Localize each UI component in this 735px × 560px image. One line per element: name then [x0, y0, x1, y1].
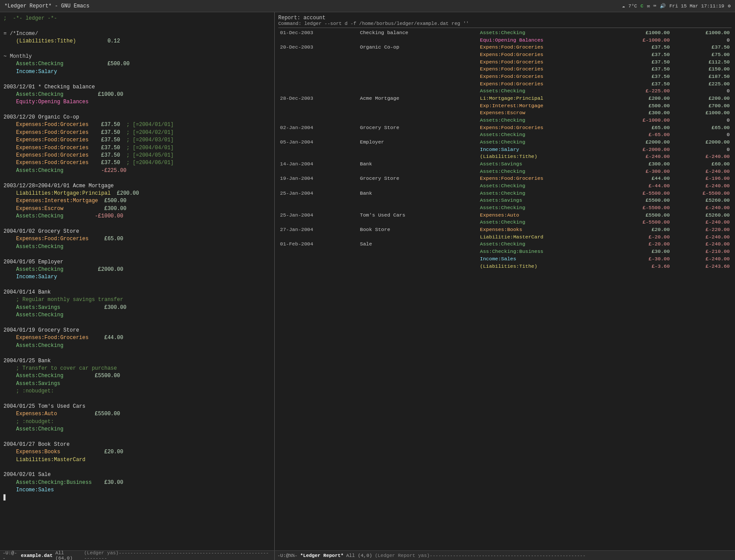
left-pane[interactable]: ; -*- ledger -*- = /*Income/ (Liabilitie…	[0, 12, 275, 550]
cell-date: 25-Jan-2004	[278, 190, 358, 197]
cell-payee: Employer	[358, 139, 478, 146]
cell-balance: £5260.00	[672, 197, 732, 204]
cell-amount: £37.50	[612, 73, 672, 80]
cell-payee	[358, 109, 478, 117]
savings-300: Assets:Savings £300.00	[4, 304, 271, 312]
checking-business: Assets:Checking:Business £30.00	[4, 479, 271, 486]
groc-0301: Expenses:Food:Groceries £37.50 ; [=2004/…	[4, 136, 271, 144]
cell-payee	[358, 51, 478, 59]
cell-amount: £-1000.00	[612, 117, 672, 124]
txn-grocery-0102: 2004/01/02 Grocery Store	[4, 228, 271, 235]
cell-balance: 0	[672, 146, 732, 154]
cell-balance: £2000.00	[672, 139, 732, 146]
cell-date	[278, 131, 358, 139]
table-row: 27-Jan-2004 Book Store Expenses:Books £2…	[278, 226, 732, 234]
refresh-icon[interactable]: C	[640, 4, 644, 9]
cell-amount: £1000.00	[612, 29, 672, 37]
status-position-left: All (64,0)	[55, 550, 81, 560]
table-row: 28-Dec-2003 Acme Mortgage Li:Mortgage:Pr…	[278, 95, 732, 102]
report-table: 01-Dec-2003 Checking balance Assets:Chec…	[278, 29, 732, 270]
cell-account: Income:Sales	[478, 256, 612, 263]
cell-amount: £-240.00	[612, 153, 672, 161]
cell-account: Assets:Checking	[478, 219, 612, 226]
cell-account: Li:Mortgage:Principal	[478, 95, 612, 102]
txn-bank-0114: 2004/01/14 Bank	[4, 289, 271, 296]
cell-date: 01-Dec-2003	[278, 29, 358, 37]
cell-date	[278, 66, 358, 73]
section-monthly: ~ Monthly	[4, 53, 271, 60]
cell-date	[278, 59, 358, 66]
status-mode-left: -U:@--	[3, 550, 18, 560]
cell-payee	[358, 59, 478, 66]
blank5	[4, 175, 271, 182]
mail-icon[interactable]: ✉	[647, 3, 650, 9]
cell-payee: Bank	[358, 190, 478, 197]
volume-icon[interactable]: 🔊	[660, 3, 666, 9]
cell-date: 25-Jan-2004	[278, 212, 358, 219]
cell-payee	[358, 204, 478, 212]
cell-balance: £700.00	[672, 102, 732, 110]
window-title: *Ledger Report* - GNU Emacs	[4, 3, 89, 9]
cell-payee	[358, 256, 478, 263]
cell-amount: £37.50	[612, 44, 672, 51]
settings-icon[interactable]: ⚙	[728, 3, 731, 9]
checking-neg225: Assets:Checking -£225.00	[4, 167, 271, 175]
cell-payee	[358, 182, 478, 190]
cell-balance: £-240.00	[672, 241, 732, 248]
keyboard-icon: ⌨	[653, 3, 656, 9]
report-command: Command: ledger --sort d -f /home/borbus…	[278, 21, 732, 26]
status-left: -U:@-- example.dat All (64,0) (Ledger ya…	[0, 551, 275, 560]
checking-2000: Assets:Checking £2000.00	[4, 266, 271, 273]
cell-account: Assets:Checking	[478, 29, 612, 37]
status-position-right: All (4,0)	[346, 553, 372, 558]
left-pane-content: ; -*- ledger -*- = /*Income/ (Liabilitie…	[0, 14, 274, 503]
savings-car: Assets:Savings	[4, 380, 271, 388]
table-row: 19-Jan-2004 Grocery Store Expens:Food:Gr…	[278, 175, 732, 182]
groc-44: Expenses:Food:Groceries £44.00	[4, 334, 271, 342]
cell-account: Income:Salary	[478, 146, 612, 154]
cell-amount: £200.00	[612, 95, 672, 102]
cell-date: 14-Jan-2004	[278, 161, 358, 168]
table-row: Exp:Interest:Mortgage £500.00 £700.00	[278, 102, 732, 110]
cell-date	[278, 234, 358, 241]
datetime: Fri 15 Mar 17:11:19	[669, 4, 724, 9]
cell-balance: £-196.00	[672, 175, 732, 182]
status-mode-right: -U:@%%-	[277, 553, 298, 558]
table-row: Income:Sales £-30.00 £-240.00	[278, 256, 732, 263]
checking-5500: Assets:Checking £5500.00	[4, 372, 271, 380]
income-salary1: Income:Salary	[4, 68, 271, 76]
cell-amount: £-225.00	[612, 88, 672, 95]
cell-account: (Liabilities:Tithe)	[478, 153, 612, 161]
cell-account: Assets:Checking	[478, 131, 612, 139]
cell-payee: Sale	[358, 241, 478, 248]
table-row: Income:Salary £-2000.00 0	[278, 146, 732, 154]
cell-balance: £-220.00	[672, 226, 732, 234]
cell-balance: £-240.00	[672, 219, 732, 226]
groc-0201: Expenses:Food:Groceries £37.50 ; [=2004/…	[4, 129, 271, 136]
cell-payee	[358, 131, 478, 139]
table-row: 25-Jan-2004 Tom's Used Cars Expenses:Aut…	[278, 212, 732, 219]
cell-balance: £-240.00	[672, 256, 732, 263]
txn-bank-0125: 2004/01/25 Bank	[4, 357, 271, 365]
cell-amount: £44.00	[612, 175, 672, 182]
cell-account: Expenses:Escrow	[478, 109, 612, 117]
cell-account: Expens:Food:Groceries	[478, 80, 612, 88]
cell-balance: 0	[672, 88, 732, 95]
cell-amount: £-20.00	[612, 241, 672, 248]
checking-groc2: Assets:Checking	[4, 342, 271, 350]
cell-amount: £-5500.00	[612, 219, 672, 226]
table-row: Assets:Checking £-225.00 0	[278, 88, 732, 95]
cell-amount: £-3.60	[612, 263, 672, 270]
table-row: Assets:Checking £-300.00 £-240.00	[278, 168, 732, 175]
cell-balance: £112.50	[672, 59, 732, 66]
cell-account: Expens:Food:Groceries	[478, 51, 612, 59]
txn-grocery-0119: 2004/01/19 Grocery Store	[4, 327, 271, 334]
cell-payee	[358, 153, 478, 161]
cell-balance: £187.50	[672, 73, 732, 80]
cell-amount: £37.50	[612, 51, 672, 59]
cell-balance: £75.00	[672, 51, 732, 59]
status-mode2-left: (Ledger yas)----------------------------…	[84, 550, 272, 560]
table-row: 05-Jan-2004 Employer Assets:Checking £20…	[278, 139, 732, 146]
cell-account: Expens:Food:Groceries	[478, 73, 612, 80]
table-row: Expens:Food:Groceries £37.50 £75.00	[278, 51, 732, 59]
